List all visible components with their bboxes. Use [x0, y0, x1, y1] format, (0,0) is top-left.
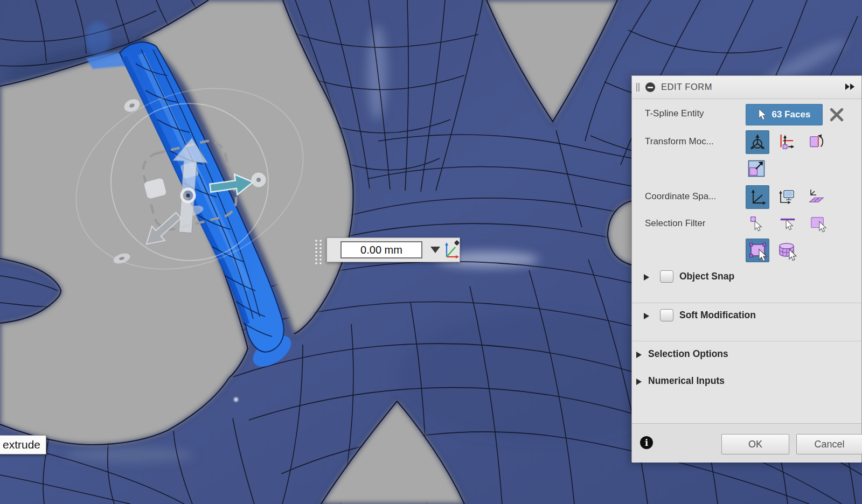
- vertex-icon[interactable]: [747, 214, 767, 234]
- tooltip-label: extrude: [3, 438, 40, 451]
- numerical-inputs-label: Numerical Inputs: [648, 375, 725, 387]
- edge-icon[interactable]: [777, 214, 798, 234]
- rotate-icon[interactable]: [804, 130, 828, 154]
- dialog-title: EDIT FORM: [661, 76, 712, 98]
- object-snap-checkbox[interactable]: [660, 270, 673, 283]
- ok-button[interactable]: OK: [721, 434, 789, 454]
- local-space-icon[interactable]: [804, 185, 828, 209]
- transform-mode-label: Transform Moc...: [645, 136, 714, 147]
- collapse-double-arrow-icon[interactable]: [844, 83, 856, 90]
- ok-label: OK: [748, 439, 762, 450]
- edge-glyph: [779, 215, 796, 233]
- translate-glyph: [777, 134, 795, 151]
- cancel-label: Cancel: [814, 439, 844, 450]
- local-space-glyph: [807, 188, 825, 206]
- soft-modification-checkbox[interactable]: [660, 309, 673, 321]
- svg-text:i: i: [645, 438, 648, 448]
- numerical-inputs-disclosure-icon[interactable]: [636, 379, 642, 385]
- scale-glyph: [747, 159, 766, 178]
- soft-modification-label: Soft Modification: [679, 310, 756, 321]
- face-icon[interactable]: [808, 214, 828, 234]
- selection-count: 63 Faces: [772, 109, 811, 120]
- specular-highlight: [234, 397, 238, 402]
- divider: [632, 341, 861, 341]
- selection-options-disclosure-icon[interactable]: [636, 352, 642, 358]
- value-input-bar: [326, 237, 460, 262]
- multi-direction-glyph: [748, 133, 767, 151]
- edit-form-dialog: EDIT FORM T-Spline Entity 63 Faces Trans…: [631, 75, 862, 462]
- distance-input[interactable]: [340, 241, 422, 258]
- multi-direction-icon[interactable]: [746, 130, 769, 154]
- world-space-icon[interactable]: [746, 185, 769, 209]
- dialog-footer: i OK Cancel: [632, 423, 861, 463]
- close-x-icon[interactable]: [829, 107, 844, 122]
- object-snap-disclosure-icon[interactable]: [644, 274, 649, 281]
- tspline-selection-button[interactable]: 63 Faces: [746, 104, 823, 125]
- selection-filter-label: Selection Filter: [645, 218, 705, 229]
- center-point[interactable]: [182, 189, 194, 202]
- soft-modification-disclosure-icon[interactable]: [644, 313, 649, 319]
- vertex-glyph: [748, 215, 766, 233]
- face-glyph: [809, 215, 826, 233]
- view-space-glyph: [777, 188, 795, 206]
- dialog-header[interactable]: EDIT FORM: [632, 76, 861, 99]
- grip-icon[interactable]: [636, 83, 639, 92]
- coordinate-space-label: Coordinate Spa...: [645, 191, 716, 202]
- dropdown-triangle-icon[interactable]: [430, 247, 440, 253]
- border-icon[interactable]: [746, 239, 769, 262]
- panel-menu-icon[interactable]: [645, 82, 655, 92]
- move-axis-icon[interactable]: [442, 240, 462, 261]
- translate-icon[interactable]: [774, 130, 798, 154]
- selection-options-label: Selection Options: [648, 348, 728, 360]
- command-tooltip: extrude: [0, 435, 46, 454]
- cancel-button[interactable]: Cancel: [796, 434, 862, 454]
- border-glyph: [747, 240, 768, 261]
- rotate-glyph: [808, 134, 825, 151]
- body-glyph: [776, 241, 797, 261]
- object-snap-label: Object Snap: [679, 271, 734, 282]
- info-icon[interactable]: i: [639, 436, 654, 450]
- cursor-icon: [758, 109, 767, 121]
- view-space-icon[interactable]: [774, 185, 798, 209]
- tspline-entity-label: T-Spline Entity: [645, 108, 704, 119]
- body-icon[interactable]: [775, 240, 798, 262]
- world-space-glyph: [748, 188, 767, 206]
- rotate-handle-ellipse-2[interactable]: [252, 173, 266, 187]
- scale-icon[interactable]: [746, 158, 767, 179]
- divider: [632, 303, 861, 303]
- input-drag-handle-icon[interactable]: [314, 239, 323, 265]
